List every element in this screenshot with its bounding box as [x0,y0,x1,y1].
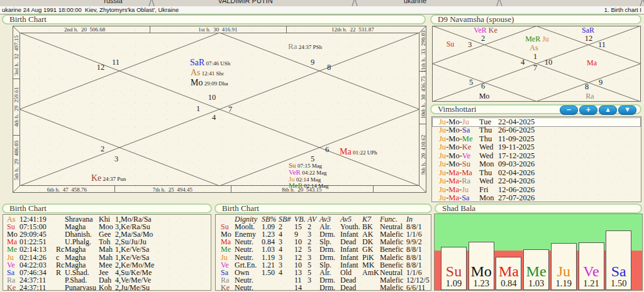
house-cusp-label-bottom: 6th h. 47 458.76 [19,186,114,193]
panel-title: D9 Navamsha (spouse) [438,14,514,24]
bala-value: 1.03 [524,279,548,288]
planet-label: As [191,68,201,77]
dasha-weekday: Thu [479,169,492,178]
scroll-up-button[interactable]: ▲ [599,105,617,115]
dasha-date: 27-07-2026 [498,194,535,203]
planet-label: Su [447,40,455,48]
dasha-row[interactable]: Ju-Mo-KeWed19-11-2025 [433,143,640,152]
table-row: VeGrt.En.1.213105Slp.InfantMKBenefic8/8/… [216,261,431,269]
cell-lords: 1,Ke/Ve/Sa [115,254,149,261]
house-number-8: 8 [327,63,331,72]
planet-degree-text: 07:46 USh [204,60,230,67]
dasha-row[interactable]: Ju-Mo-VeWed17-12-2025 [433,152,640,161]
tab-ukarine[interactable]: ukarine [404,0,426,4]
strengths-panel-header[interactable]: Birth Chart [214,203,432,214]
dasha-row[interactable]: Ju-Mo-JuTue22-04-2025 [433,118,640,127]
vimshottari-panel-header[interactable]: Vimshottari − + ▲ ▼ [430,104,641,114]
planet-degree-text: 12:41 Shr [201,70,225,77]
cell-flag: Rc [56,246,64,253]
dasha-row[interactable]: Ju-Mo-SaThu26-06-2025 [433,126,640,135]
dasha-weekday: Wed [479,177,494,186]
cell: 12 [294,254,302,261]
cell: 8/8/1 [406,246,422,253]
planet-label: Ke [7,284,16,291]
planet-Ra: Ra 24:37 PSh [288,40,322,51]
planet-Ra: Ra [586,92,594,101]
cell: 3 [308,276,311,284]
table-row: Me02:14:13RcMaghaMah1,Ke/Ve/Sa [3,246,211,253]
cell: 14 [294,284,302,291]
cell: 10 [294,261,302,269]
cell-time: 02:14:26 [19,254,47,261]
planet-As: As [530,43,538,53]
dasha-weekday: Wed [479,143,494,152]
dasha-lords: Ju-Mo-Ju [439,118,469,127]
cell: Benefic [380,246,403,253]
cell: Infant [340,246,358,253]
cell: Drm. [319,254,335,261]
birth-chart-panel-header[interactable]: Birth Chart [2,14,426,24]
dasha-row[interactable]: Ju-Ma-SaMon27-07-2026 [433,194,640,203]
planet-MeR: MeR 02:14 Mag [289,179,329,190]
shadbala-bar-Su: Su1.09 [441,247,467,290]
cell-lords: 2,Ju/Me/Su [115,284,150,291]
cell-lords: 1,Ke/Ve/Sa [115,246,149,253]
house-number-12: 12 [97,63,105,72]
cell: PiK [362,254,374,261]
dasha-date: 09-03-2026 [498,160,535,169]
planet-positions-table: As12:41:19ShravanaKhi1,Mo/Ra/SaSu07:15:0… [3,214,211,291]
dasha-row[interactable]: Ju-Mo-MeThu11-09-2025 [433,135,640,144]
planet-label: Ve [221,261,229,269]
zoom-in-button[interactable]: + [579,105,597,115]
tab-separator [640,0,644,6]
house-number-1: 1 [533,52,537,62]
dasha-row[interactable]: Ju-Ma-RaWed22-04-2026 [433,177,640,186]
positions-panel-header[interactable]: Birth Chart [2,203,212,214]
cell-syl: Mah [99,246,113,253]
dasha-lords: Ju-Ma-Ma [439,169,472,178]
dasha-lords: Ju-Mo-Su [439,160,470,169]
house-cusp-label-left: 4th h. 29 259.61 [13,78,19,135]
dasha-lords: Ju-Ma-Sa [439,194,470,203]
dasha-lords: Ju-Ma-Ju [439,186,469,195]
shad-bala-chart: Su1.09Mo1.23Ma0.84Me1.03Ju1.19Ve1.21Sa1.… [434,214,643,291]
dasha-lords: Ju-Mo-Sa [439,126,470,135]
dasha-date: 12-06-2026 [498,186,535,195]
dasha-row[interactable]: Ju-Ma-JuFri12-06-2026 [433,186,640,195]
tab-valdimir-putin[interactable]: VALDIMIR PUTIN [218,0,272,4]
planet-degree-text: 01:22 UPh [352,149,377,156]
cell: Benefic [380,261,403,269]
dasha-weekday: Thu [479,126,492,135]
scroll-down-button[interactable]: ▼ [618,105,636,115]
vimshottari-dasha-list: Ju-Mo-JuTue22-04-2025Ju-Mo-SaThu26-06-20… [431,116,641,202]
planet-label: Su [441,264,466,279]
cell-time: 24:37:11 [19,284,46,291]
cell: 5 [308,246,311,253]
dasha-row[interactable]: Ju-Mo-SuMon09-03-2026 [433,160,640,169]
tab-russia[interactable]: russia [104,0,122,4]
house-number-2: 2 [101,144,104,154]
cell: Neutr. [235,246,253,253]
planet-degree-text: 24:37 PSh [297,44,322,50]
planet-Mo: Mo [479,92,490,101]
bala-value: 0.84 [496,279,521,288]
planet-label: SaR [190,58,204,67]
planet-label: Ke [221,284,230,291]
tab-separator [352,0,357,6]
cell-nak: Punarvasu [65,284,96,291]
planet-Ma: Ma [587,58,597,68]
dasha-date: 22-04-2025 [498,118,535,127]
shadbala-bar-Sa: Sa1.50 [606,230,631,290]
dasha-date: 17-12-2025 [498,152,535,161]
cell-syl: Koh [99,284,112,291]
zoom-out-button[interactable]: − [560,105,578,115]
cell-time: 04:22:03 [19,261,47,269]
house-number-9: 9 [311,58,314,67]
cell: Malefic [380,254,403,261]
d9-panel-header[interactable]: D9 Navamsha (spouse) [430,14,641,24]
shad-bala-panel-header[interactable]: Shad Bala [435,203,642,214]
app-window: russiaVALDIMIR PUTINukarine ukarine 24 A… [0,0,644,292]
dasha-row[interactable]: Ju-Ma-MaThu02-04-2026 [433,169,640,178]
house-cusp-label-left: 3rd h. 32 497.15 [13,33,19,78]
d9-navamsha-chart: 231410712115689VeR KeSuMeR JuAsSaRMaMoRa [432,26,641,102]
